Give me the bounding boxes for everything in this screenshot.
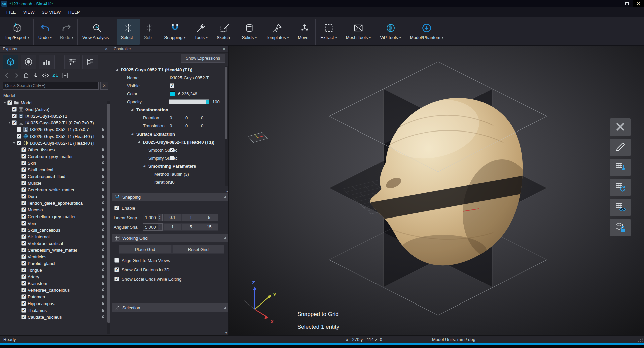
- toolbar-button[interactable]: Mesh Tools ▾: [342, 19, 375, 45]
- visibility-checkbox[interactable]: [21, 248, 26, 252]
- rotation-row[interactable]: Rotation 0 0 0: [111, 114, 228, 122]
- toolbar-button[interactable]: Extract ▾: [316, 19, 341, 45]
- clear-search-button[interactable]: ✕: [100, 82, 108, 90]
- toolbar-button[interactable]: Undo ▾: [34, 19, 56, 45]
- visibility-checkbox[interactable]: [21, 161, 26, 165]
- grid-visibility-button[interactable]: [610, 199, 631, 216]
- snap-preset-button[interactable]: 5: [182, 223, 200, 231]
- tab-analysis[interactable]: [39, 55, 55, 69]
- smoothing-params-header[interactable]: ◢ Smoothing Parameters: [111, 162, 228, 170]
- tree-item[interactable]: Vertebrae_cancellous ◄: [0, 287, 111, 293]
- tab-phantom[interactable]: [21, 55, 36, 69]
- dropdown-caret-icon[interactable]: ▾: [399, 36, 401, 39]
- tree-item[interactable]: Thalamus ◄: [0, 307, 111, 314]
- tree-item[interactable]: Air_internal ◄: [0, 233, 111, 240]
- menu-item[interactable]: HELP: [65, 10, 84, 15]
- enable-snapping-checkbox[interactable]: [114, 206, 119, 210]
- dropdown-caret-icon[interactable]: ▾: [206, 36, 208, 39]
- tree-item[interactable]: Caudate_nucleus ◄: [0, 314, 111, 320]
- close-panel-icon[interactable]: ✕: [222, 47, 226, 51]
- dropdown-caret-icon[interactable]: ▾: [369, 36, 371, 39]
- visibility-checkbox[interactable]: [21, 167, 26, 172]
- grid-option-checkbox[interactable]: [114, 267, 119, 272]
- tree-item[interactable]: Cerebrospinal_fluid ◄: [0, 173, 111, 180]
- surface-item-header[interactable]: ◢ IXI025-Guys-0852-T1 (Head40 (T1)): [111, 138, 228, 146]
- linear-snap-input[interactable]: 1.000 ▴▾: [143, 214, 163, 221]
- place-grid-button[interactable]: Place Grid: [119, 245, 172, 254]
- dropdown-caret-icon[interactable]: ▾: [287, 36, 289, 39]
- tree-item[interactable]: Mucosa ◄: [0, 206, 111, 213]
- visibility-checkbox[interactable]: [12, 120, 17, 125]
- toolbar-button[interactable]: Templates ▾: [262, 19, 293, 45]
- toolbar-button[interactable]: ViP Tools ▾: [376, 19, 405, 45]
- slider-handle[interactable]: [206, 100, 209, 104]
- toolbar-button[interactable]: Move ▾: [294, 19, 316, 45]
- scroll-to-button[interactable]: [32, 72, 39, 79]
- tree-item[interactable]: Other_tissues ◄: [0, 146, 111, 153]
- tree-item[interactable]: IXI025-Guys-0852-T1 (Head40 (T ◄: [0, 133, 111, 140]
- visibility-checkbox[interactable]: [21, 221, 26, 226]
- grid-place-button[interactable]: [610, 159, 631, 176]
- visibility-checkbox[interactable]: [21, 201, 26, 205]
- 3d-scene[interactable]: Z Y X: [229, 46, 644, 335]
- visibility-checkbox[interactable]: [21, 308, 26, 313]
- maximize-button[interactable]: [621, 0, 633, 7]
- collapse-tri-icon[interactable]: ◢: [143, 164, 145, 167]
- visibility-button[interactable]: [42, 72, 49, 79]
- dropdown-caret-icon[interactable]: ▾: [335, 36, 337, 39]
- visibility-checkbox[interactable]: [7, 100, 12, 105]
- collapse-tri-icon[interactable]: ◢: [116, 68, 118, 71]
- visibility-checkbox[interactable]: [12, 107, 17, 112]
- tree-item[interactable]: Skull_cancellous ◄: [0, 227, 111, 233]
- back-button[interactable]: [3, 72, 10, 79]
- visibility-checkbox[interactable]: [21, 194, 26, 199]
- snap-preset-button[interactable]: 15: [200, 223, 218, 231]
- tree-item[interactable]: Cerebellum_white_matter ◄: [0, 247, 111, 253]
- tree-item[interactable]: IXI025-Guys-0852-T1 (Head40 (T ◄: [0, 140, 111, 146]
- menu-item[interactable]: FILE: [3, 10, 20, 15]
- tab-pipeline[interactable]: [82, 55, 98, 69]
- forward-button[interactable]: [13, 72, 20, 79]
- collapse-tri-icon[interactable]: ◢: [138, 140, 140, 143]
- tree-item[interactable]: Model ◄: [0, 99, 111, 106]
- snapping-section-header[interactable]: Snapping ◢: [112, 193, 228, 201]
- grid-option-checkbox[interactable]: [114, 258, 119, 263]
- visibility-checkbox[interactable]: [21, 261, 26, 266]
- tree-item[interactable]: IXI025-Guys-0852-T1 ◄: [0, 113, 111, 119]
- minimize-button[interactable]: –: [610, 0, 621, 7]
- dropdown-caret-icon[interactable]: ▾: [72, 36, 73, 39]
- tree-item[interactable]: Cerebrum_grey_matter ◄: [0, 153, 111, 160]
- toolbar-button[interactable]: Snapping ▾: [160, 19, 190, 45]
- simplify-surface-checkbox[interactable]: [170, 156, 174, 160]
- tree-item[interactable]: Vertebrae_cortical ◄: [0, 240, 111, 247]
- tree-item[interactable]: IXI025-Guys-0852-T1 (0.7x0.7 ◄: [0, 126, 111, 133]
- visibility-checkbox[interactable]: [21, 174, 26, 179]
- iterations-value[interactable]: 20: [170, 180, 174, 185]
- lock-entity-button[interactable]: [610, 219, 631, 236]
- home-button[interactable]: [23, 72, 30, 79]
- visibility-checkbox[interactable]: [21, 228, 26, 232]
- toolbar-button[interactable]: Solids ▾: [238, 19, 261, 45]
- smooth-surface-checkbox[interactable]: [170, 148, 174, 152]
- transformation-header[interactable]: ◢ Transformation: [111, 106, 228, 114]
- visibility-checkbox[interactable]: [21, 154, 26, 159]
- visibility-checkbox[interactable]: [21, 241, 26, 246]
- surface-extraction-header[interactable]: ◢ Surface Extraction: [111, 130, 228, 138]
- edit-button[interactable]: [610, 139, 631, 156]
- dropdown-caret-icon[interactable]: ▾: [255, 36, 257, 39]
- collapse-corner-icon[interactable]: ◢: [224, 306, 226, 309]
- dropdown-caret-icon[interactable]: ▾: [50, 36, 52, 39]
- toolbar-button[interactable]: Redo ▾: [56, 19, 78, 45]
- tree-item[interactable]: Tongue ◄: [0, 267, 111, 273]
- collapse-tri-icon[interactable]: ◢: [131, 108, 133, 111]
- collapse-corner-icon[interactable]: ◢: [224, 236, 226, 239]
- visibility-checkbox[interactable]: [21, 254, 26, 259]
- visibility-checkbox[interactable]: [21, 181, 26, 185]
- grid-reset-button[interactable]: [610, 179, 631, 196]
- opacity-row[interactable]: Opacity 100: [111, 98, 228, 106]
- translation-row[interactable]: Translation 0 0 0: [111, 122, 228, 130]
- spinner-arrows-icon[interactable]: ▴▾: [158, 214, 162, 221]
- 3d-viewport[interactable]: Z Y X Snapped to Grid Selected 1 entity: [229, 46, 644, 335]
- tab-model[interactable]: [3, 55, 18, 69]
- search-input[interactable]: [3, 82, 99, 90]
